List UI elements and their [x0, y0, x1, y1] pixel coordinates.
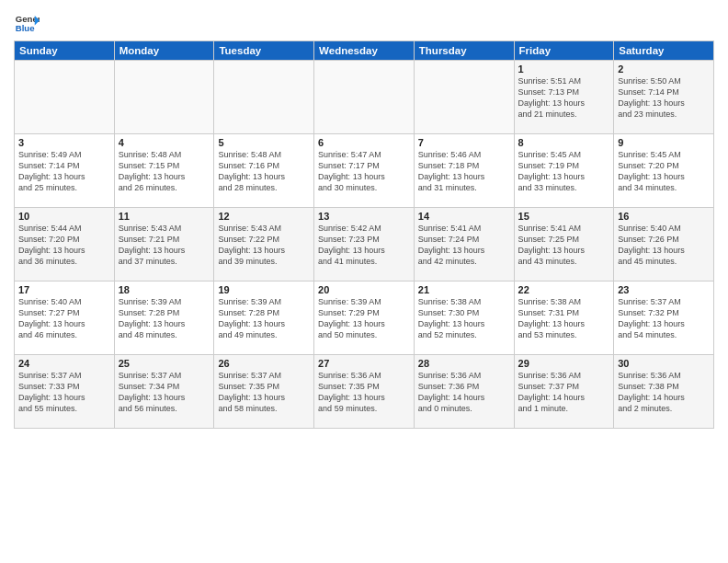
calendar-cell: 14Sunrise: 5:41 AM Sunset: 7:24 PM Dayli… [414, 208, 514, 282]
day-info: Sunrise: 5:50 AM Sunset: 7:14 PM Dayligh… [618, 75, 710, 121]
day-info: Sunrise: 5:41 AM Sunset: 7:24 PM Dayligh… [418, 223, 510, 268]
day-info: Sunrise: 5:42 AM Sunset: 7:23 PM Dayligh… [318, 223, 410, 268]
day-number: 29 [518, 358, 610, 369]
weekday-header: Wednesday [314, 41, 415, 61]
calendar-cell: 17Sunrise: 5:40 AM Sunset: 7:27 PM Dayli… [15, 282, 115, 355]
day-info: Sunrise: 5:43 AM Sunset: 7:22 PM Dayligh… [218, 223, 310, 268]
calendar-cell: 4Sunrise: 5:48 AM Sunset: 7:15 PM Daylig… [114, 134, 214, 208]
day-info: Sunrise: 5:48 AM Sunset: 7:16 PM Dayligh… [218, 149, 310, 194]
day-info: Sunrise: 5:36 AM Sunset: 7:38 PM Dayligh… [618, 370, 710, 415]
calendar-cell [414, 61, 514, 134]
weekday-header: Tuesday [214, 41, 314, 61]
day-number: 12 [218, 211, 310, 222]
day-number: 3 [18, 137, 110, 148]
calendar-cell: 13Sunrise: 5:42 AM Sunset: 7:23 PM Dayli… [314, 208, 415, 282]
weekday-header: Friday [514, 41, 614, 61]
day-info: Sunrise: 5:36 AM Sunset: 7:36 PM Dayligh… [418, 370, 510, 415]
calendar-cell: 22Sunrise: 5:38 AM Sunset: 7:31 PM Dayli… [514, 282, 614, 355]
weekday-header: Monday [114, 41, 214, 61]
calendar-cell [15, 61, 115, 134]
day-number: 27 [318, 358, 410, 369]
calendar-week-row: 24Sunrise: 5:37 AM Sunset: 7:33 PM Dayli… [15, 355, 714, 429]
calendar-cell: 21Sunrise: 5:38 AM Sunset: 7:30 PM Dayli… [414, 282, 514, 355]
calendar-cell: 10Sunrise: 5:44 AM Sunset: 7:20 PM Dayli… [15, 208, 115, 282]
day-number: 9 [618, 137, 710, 148]
day-number: 15 [518, 211, 610, 222]
calendar-week-row: 1Sunrise: 5:51 AM Sunset: 7:13 PM Daylig… [15, 61, 714, 134]
day-number: 11 [119, 211, 210, 222]
day-info: Sunrise: 5:43 AM Sunset: 7:21 PM Dayligh… [119, 223, 210, 268]
day-info: Sunrise: 5:45 AM Sunset: 7:19 PM Dayligh… [518, 149, 610, 194]
calendar-cell: 23Sunrise: 5:37 AM Sunset: 7:32 PM Dayli… [614, 282, 714, 355]
logo-icon: General Blue [14, 9, 40, 35]
day-number: 28 [418, 358, 510, 369]
calendar-cell: 11Sunrise: 5:43 AM Sunset: 7:21 PM Dayli… [114, 208, 214, 282]
day-number: 20 [318, 284, 410, 295]
day-info: Sunrise: 5:37 AM Sunset: 7:35 PM Dayligh… [218, 370, 310, 415]
day-number: 4 [119, 137, 210, 148]
day-number: 22 [518, 284, 610, 295]
day-info: Sunrise: 5:37 AM Sunset: 7:34 PM Dayligh… [119, 370, 210, 415]
day-number: 17 [18, 284, 110, 295]
calendar-cell: 12Sunrise: 5:43 AM Sunset: 7:22 PM Dayli… [214, 208, 314, 282]
day-info: Sunrise: 5:48 AM Sunset: 7:15 PM Dayligh… [119, 149, 210, 194]
calendar-cell: 2Sunrise: 5:50 AM Sunset: 7:14 PM Daylig… [614, 61, 714, 134]
day-number: 5 [218, 137, 310, 148]
day-number: 18 [119, 284, 210, 295]
day-number: 19 [218, 284, 310, 295]
calendar-cell: 29Sunrise: 5:36 AM Sunset: 7:37 PM Dayli… [514, 355, 614, 429]
calendar-cell [314, 61, 415, 134]
day-info: Sunrise: 5:38 AM Sunset: 7:31 PM Dayligh… [518, 296, 610, 341]
day-info: Sunrise: 5:46 AM Sunset: 7:18 PM Dayligh… [418, 149, 510, 194]
calendar-cell: 28Sunrise: 5:36 AM Sunset: 7:36 PM Dayli… [414, 355, 514, 429]
weekday-header: Sunday [15, 41, 115, 61]
day-number: 6 [318, 137, 410, 148]
day-number: 26 [218, 358, 310, 369]
day-info: Sunrise: 5:40 AM Sunset: 7:26 PM Dayligh… [618, 223, 710, 268]
calendar-cell: 3Sunrise: 5:49 AM Sunset: 7:14 PM Daylig… [15, 134, 115, 208]
day-number: 13 [318, 211, 410, 222]
calendar-header-row: SundayMondayTuesdayWednesdayThursdayFrid… [15, 41, 714, 61]
calendar-cell: 5Sunrise: 5:48 AM Sunset: 7:16 PM Daylig… [214, 134, 314, 208]
day-info: Sunrise: 5:51 AM Sunset: 7:13 PM Dayligh… [518, 75, 610, 121]
day-info: Sunrise: 5:36 AM Sunset: 7:37 PM Dayligh… [518, 370, 610, 415]
calendar-cell: 27Sunrise: 5:36 AM Sunset: 7:35 PM Dayli… [314, 355, 415, 429]
day-info: Sunrise: 5:36 AM Sunset: 7:35 PM Dayligh… [318, 370, 410, 415]
calendar-cell: 8Sunrise: 5:45 AM Sunset: 7:19 PM Daylig… [514, 134, 614, 208]
calendar-table: SundayMondayTuesdayWednesdayThursdayFrid… [14, 40, 714, 429]
day-info: Sunrise: 5:49 AM Sunset: 7:14 PM Dayligh… [18, 149, 110, 194]
calendar-cell: 6Sunrise: 5:47 AM Sunset: 7:17 PM Daylig… [314, 134, 415, 208]
calendar-cell: 16Sunrise: 5:40 AM Sunset: 7:26 PM Dayli… [614, 208, 714, 282]
calendar-cell: 24Sunrise: 5:37 AM Sunset: 7:33 PM Dayli… [15, 355, 115, 429]
weekday-header: Saturday [614, 41, 714, 61]
day-info: Sunrise: 5:40 AM Sunset: 7:27 PM Dayligh… [18, 296, 110, 341]
day-number: 25 [119, 358, 210, 369]
calendar-week-row: 3Sunrise: 5:49 AM Sunset: 7:14 PM Daylig… [15, 134, 714, 208]
calendar-cell: 1Sunrise: 5:51 AM Sunset: 7:13 PM Daylig… [514, 61, 614, 134]
day-info: Sunrise: 5:39 AM Sunset: 7:29 PM Dayligh… [318, 296, 410, 341]
calendar-cell: 30Sunrise: 5:36 AM Sunset: 7:38 PM Dayli… [614, 355, 714, 429]
day-number: 30 [618, 358, 710, 369]
day-info: Sunrise: 5:37 AM Sunset: 7:32 PM Dayligh… [618, 296, 710, 341]
calendar-cell: 20Sunrise: 5:39 AM Sunset: 7:29 PM Dayli… [314, 282, 415, 355]
day-number: 7 [418, 137, 510, 148]
header: General Blue [14, 9, 714, 35]
calendar-cell [214, 61, 314, 134]
day-info: Sunrise: 5:41 AM Sunset: 7:25 PM Dayligh… [518, 223, 610, 268]
day-info: Sunrise: 5:39 AM Sunset: 7:28 PM Dayligh… [119, 296, 210, 341]
day-number: 21 [418, 284, 510, 295]
day-info: Sunrise: 5:37 AM Sunset: 7:33 PM Dayligh… [18, 370, 110, 415]
day-number: 1 [518, 63, 610, 75]
day-info: Sunrise: 5:45 AM Sunset: 7:20 PM Dayligh… [618, 149, 710, 194]
calendar-week-row: 10Sunrise: 5:44 AM Sunset: 7:20 PM Dayli… [15, 208, 714, 282]
day-number: 8 [518, 137, 610, 148]
calendar-page: General Blue SundayMondayTuesdayWednesda… [0, 0, 728, 563]
day-info: Sunrise: 5:47 AM Sunset: 7:17 PM Dayligh… [318, 149, 410, 194]
day-info: Sunrise: 5:39 AM Sunset: 7:28 PM Dayligh… [218, 296, 310, 341]
day-info: Sunrise: 5:38 AM Sunset: 7:30 PM Dayligh… [418, 296, 510, 341]
svg-text:Blue: Blue [16, 23, 35, 33]
calendar-cell: 19Sunrise: 5:39 AM Sunset: 7:28 PM Dayli… [214, 282, 314, 355]
day-number: 2 [618, 63, 710, 75]
logo: General Blue [14, 9, 40, 35]
day-info: Sunrise: 5:44 AM Sunset: 7:20 PM Dayligh… [18, 223, 110, 268]
